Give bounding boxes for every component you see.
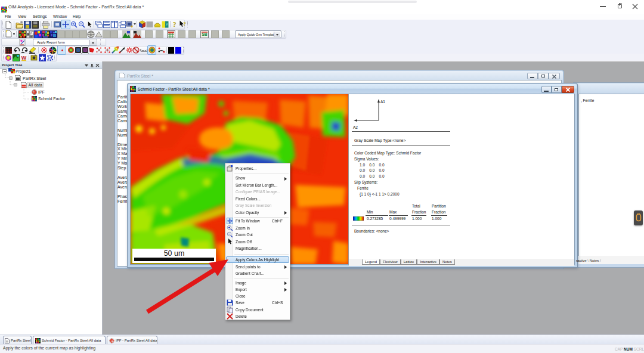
svg-text:W: W xyxy=(21,55,27,61)
svg-text:?: ? xyxy=(173,21,177,28)
svg-text:?: ? xyxy=(183,21,185,27)
svg-text:SB: SB xyxy=(202,32,208,36)
